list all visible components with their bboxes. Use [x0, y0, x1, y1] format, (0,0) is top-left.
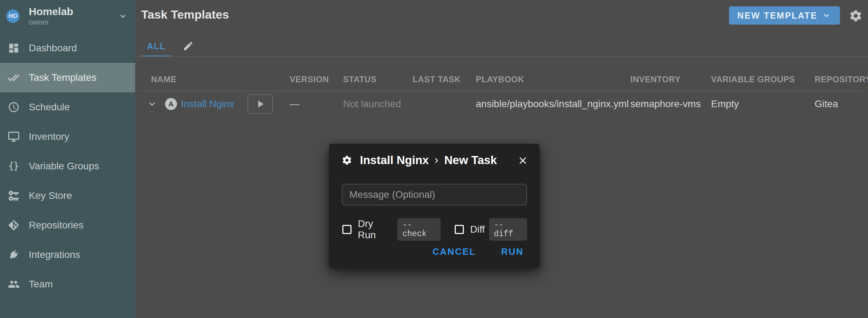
tab-all[interactable]: ALL: [141, 35, 171, 57]
sidebar-item-task-templates[interactable]: Task Templates: [0, 63, 135, 92]
cell-inventory: semaphore-vms: [630, 98, 701, 110]
project-avatar: HO: [6, 9, 20, 23]
diff-checkbox[interactable]: [455, 225, 464, 234]
sidebar-item-label: Inventory: [29, 131, 69, 142]
diff-label: Diff: [470, 224, 485, 235]
dry-run-label: Dry Run: [358, 218, 393, 241]
diff-flag-chip: --diff: [489, 218, 527, 241]
sidebar-item-inventory[interactable]: Inventory: [0, 122, 135, 151]
plug-icon: [8, 249, 20, 261]
new-template-label: NEW TEMPLATE: [737, 11, 817, 21]
column-header-version: VERSION: [290, 74, 329, 84]
project-role: owner: [29, 18, 73, 27]
table-row: A Install Nginx — Not launched ansible/p…: [135, 91, 868, 117]
sidebar-item-schedule[interactable]: Schedule: [0, 92, 135, 122]
row-expand-chevron-icon[interactable]: [146, 98, 158, 110]
dialog-template-name: Install Nginx: [360, 154, 429, 167]
sidebar-item-integrations[interactable]: Integrations: [0, 240, 135, 270]
project-switcher[interactable]: HO Homelab owner: [0, 0, 135, 32]
ansible-app-icon: A: [165, 98, 177, 110]
chevron-right-icon: [432, 156, 441, 166]
diff-option: Diff --diff: [455, 218, 527, 241]
column-header-status: STATUS: [343, 74, 376, 84]
new-task-dialog: Install Nginx New Task Dry Run --check D…: [329, 144, 540, 268]
sidebar-item-team[interactable]: Team: [0, 270, 135, 299]
run-button[interactable]: RUN: [498, 244, 527, 260]
chevron-down-icon: [118, 11, 128, 21]
dialog-title: Install Nginx New Task: [360, 154, 497, 167]
chevron-down-icon: [822, 11, 831, 20]
run-task-play-button[interactable]: [248, 94, 273, 114]
sidebar-item-label: Team: [29, 279, 53, 290]
column-header-playbook: PLAYBOOK: [476, 74, 524, 84]
cell-version: —: [290, 98, 300, 110]
new-template-button[interactable]: NEW TEMPLATE: [729, 6, 840, 25]
monitor-icon: [8, 131, 20, 143]
dry-run-option: Dry Run --check: [342, 218, 441, 241]
template-name-link[interactable]: Install Nginx: [181, 98, 235, 110]
check-all-icon: [8, 72, 20, 84]
close-icon[interactable]: [517, 155, 528, 166]
keys-icon: [8, 190, 20, 202]
dashboard-icon: [8, 42, 20, 54]
view-tabs: ALL: [141, 35, 194, 57]
sidebar-item-label: Dashboard: [29, 43, 77, 54]
cell-repository: Gitea: [815, 98, 838, 110]
sidebar-item-label: Repositories: [29, 220, 84, 231]
sidebar-item-variable-groups[interactable]: Variable Groups: [0, 151, 135, 181]
dry-run-checkbox[interactable]: [342, 225, 351, 234]
dialog-title-suffix: New Task: [444, 154, 497, 167]
cell-playbook: ansible/playbooks/install_nginx.yml: [476, 98, 629, 110]
sidebar-item-label: Integrations: [29, 249, 80, 260]
code-braces-icon: [8, 160, 20, 172]
column-header-repository: REPOSITORY: [815, 74, 868, 84]
git-icon: [8, 219, 20, 231]
column-header-variable-groups: VARIABLE GROUPS: [711, 74, 795, 84]
column-header-name: NAME: [151, 74, 177, 84]
message-field: [342, 184, 527, 206]
sidebar-item-label: Schedule: [29, 102, 70, 113]
tab-all-label: ALL: [147, 41, 165, 51]
column-header-last-task: LAST TASK: [413, 74, 461, 84]
dialog-header: Install Nginx New Task: [329, 144, 540, 167]
settings-gear-icon[interactable]: [849, 9, 862, 22]
project-name: Homelab: [29, 6, 73, 18]
message-input[interactable]: [349, 189, 519, 200]
sidebar: HO Homelab owner Dashboard Task Template…: [0, 0, 135, 318]
sidebar-item-key-store[interactable]: Key Store: [0, 181, 135, 210]
sidebar-item-dashboard[interactable]: Dashboard: [0, 33, 135, 63]
dialog-actions: CANCEL RUN: [429, 244, 527, 260]
cell-status: Not launched: [343, 98, 401, 110]
gear-icon: [342, 155, 352, 166]
tabbar-divider: [135, 56, 868, 57]
cancel-button[interactable]: CANCEL: [429, 244, 479, 260]
sidebar-item-label: Task Templates: [29, 72, 96, 83]
sidebar-item-label: Variable Groups: [29, 161, 99, 172]
sidebar-item-label: Key Store: [29, 190, 72, 201]
play-icon: [254, 98, 266, 110]
column-header-inventory: INVENTORY: [630, 74, 680, 84]
sidebar-item-repositories[interactable]: Repositories: [0, 210, 135, 240]
clock-icon: [8, 101, 20, 113]
page-title: Task Templates: [141, 8, 229, 21]
task-options: Dry Run --check Diff --diff: [342, 218, 527, 241]
edit-views-pencil-icon[interactable]: [183, 40, 194, 52]
cell-variable-groups: Empty: [711, 98, 739, 110]
check-flag-chip: --check: [397, 218, 441, 241]
team-icon: [8, 278, 20, 290]
